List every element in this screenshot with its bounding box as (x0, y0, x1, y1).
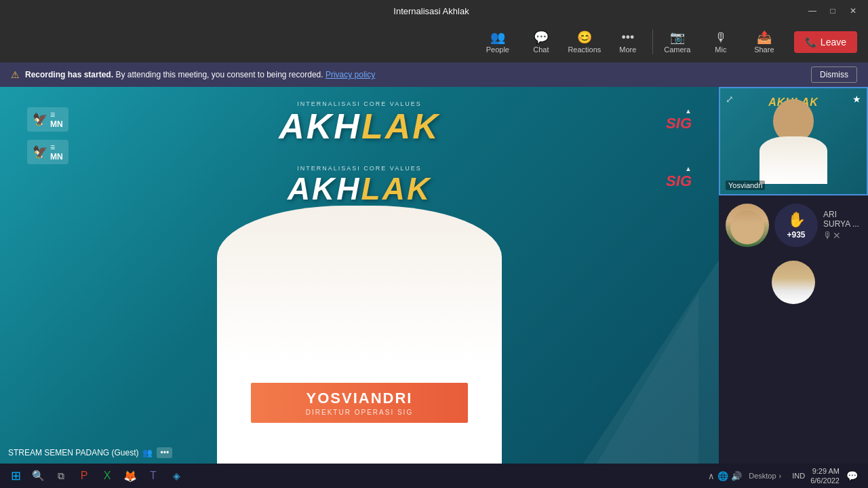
main-video-area: 🦅 ≡MN 🦅 ≡MN ▲ SIG ▲ SIG INTERNALISASI CO… (0, 87, 719, 464)
network-icon[interactable]: 🌐 (717, 471, 728, 481)
right-panel: AKHLAK ⤢ ★ Yosviandri ✋ +93 (719, 87, 868, 464)
volume-icon[interactable]: 🔊 (731, 471, 742, 481)
recording-banner: ⚠ Recording has started. By attending th… (0, 62, 868, 87)
reactions-button[interactable]: 😊 Reactions (563, 23, 606, 61)
presenter-title-text: DIREKTUR OPERASI SIG (278, 409, 441, 416)
main-content: 🦅 ≡MN 🦅 ≡MN ▲ SIG ▲ SIG INTERNALISASI CO… (0, 87, 868, 464)
camera-button[interactable]: 📷 Camera (656, 23, 699, 61)
stream-more-button[interactable]: ••• (157, 447, 172, 458)
bumn-logo-2: ≡MN (50, 143, 63, 162)
close-button[interactable]: ✕ (844, 3, 863, 18)
language-indicator: IND (788, 472, 809, 480)
desktop-label: Desktop (749, 472, 776, 480)
reactions-icon: 😊 (577, 31, 592, 43)
system-tray: ∧ 🌐 🔊 (708, 471, 742, 481)
window-title: Internalisasi Akhlak (60, 6, 803, 16)
bumn-logo-1: ≡MN (50, 110, 63, 129)
clock-date: 6/6/2022 (810, 476, 840, 485)
presenter-name-text: YOSVIANDRI (278, 390, 441, 407)
recording-consent-text: By attending this meeting, you consent t… (115, 70, 326, 79)
expand-icon: ⤢ (726, 94, 734, 105)
bottom-avatar-photo (772, 261, 815, 304)
participant-1-photo (726, 204, 769, 247)
camera-icon: 📷 (670, 31, 685, 43)
p1-head (730, 210, 764, 244)
sig-text-1: SIG (666, 115, 692, 132)
bottom-participant-avatar (772, 261, 815, 304)
people-label: People (486, 45, 509, 54)
app-4[interactable]: ◈ (165, 466, 187, 485)
sig-text-2: SIG (666, 172, 692, 189)
top-left-logos: 🦅 ≡MN 🦅 ≡MN (27, 107, 68, 164)
reactions-label: Reactions (568, 45, 601, 54)
powerpoint-icon: P (81, 470, 88, 482)
bottom-participant (719, 255, 868, 309)
pinned-person-figure (760, 99, 827, 181)
expand-tray-icon[interactable]: ∧ (708, 471, 715, 481)
recording-bold-text: Recording has started. (25, 70, 113, 79)
share-icon: 📤 (757, 31, 772, 43)
minimize-button[interactable]: — (803, 3, 822, 18)
title-bar: Internalisasi Akhlak — □ ✕ (0, 0, 868, 22)
desktop-button[interactable]: Desktop › (743, 472, 787, 480)
search-icon: 🔍 (32, 470, 45, 482)
toolbar: 👥 People 💬 Chat 😊 Reactions ••• More 📷 C… (0, 22, 868, 62)
more-label: More (619, 45, 636, 54)
mic-label: Mic (715, 45, 726, 54)
start-button[interactable]: ⊞ (5, 466, 26, 485)
mic-icon: 🎙 (715, 31, 727, 43)
pin-star-icon: ★ (852, 94, 861, 105)
powerpoint-app[interactable]: P (73, 466, 95, 485)
maximize-button[interactable]: □ (823, 3, 842, 18)
notification-button[interactable]: 💬 (841, 466, 863, 485)
participant-1-name: ARI SURYA ... (823, 210, 861, 229)
system-clock: 9:29 AM 6/6/2022 (810, 466, 840, 486)
people-icon: 👥 (490, 31, 505, 43)
warning-icon: ⚠ (11, 69, 20, 80)
excel-icon: X (104, 470, 111, 482)
raise-hand-count: +935 (787, 230, 805, 240)
participants-icon: 👥 (142, 448, 153, 457)
presenter-body (217, 206, 502, 464)
toolbar-separator (652, 30, 653, 54)
taskbar: ⊞ 🔍 ⧉ P X 🦊 T ◈ ∧ 🌐 🔊 Desktop › IND 9:29… (0, 464, 868, 488)
mic-button[interactable]: 🎙 Mic (699, 23, 743, 61)
bg-triangle-2 (597, 294, 698, 464)
presenter-name-bar: YOSVIANDRI DIREKTUR OPERASI SIG (251, 383, 468, 423)
camera-label: Camera (664, 45, 690, 54)
leave-button[interactable]: 📞 Leave (794, 31, 857, 53)
raise-hand-icon: ✋ (787, 211, 806, 229)
firefox-app[interactable]: 🦊 (119, 466, 141, 485)
pinned-participant-name: Yosviandri (726, 181, 765, 190)
raise-hand-badge: ✋ +935 (774, 204, 818, 247)
stream-label-text: STREAM SEMEN PADANG (Guest) (8, 448, 138, 457)
sig-logo-2: ▲ SIG (666, 165, 692, 190)
search-taskbar-button[interactable]: 🔍 (27, 466, 49, 485)
pinned-video-tile[interactable]: AKHLAK ⤢ ★ Yosviandri (719, 87, 868, 195)
share-button[interactable]: 📤 Share (743, 23, 786, 61)
notification-icon: 💬 (846, 470, 858, 481)
privacy-policy-link[interactable]: Privacy policy (326, 70, 375, 79)
excel-app[interactable]: X (96, 466, 118, 485)
teams-app[interactable]: T (142, 466, 164, 485)
teams-icon: T (150, 470, 157, 482)
clock-time: 9:29 AM (810, 466, 840, 476)
more-button[interactable]: ••• More (606, 23, 650, 61)
participants-row: ✋ +935 ARI SURYA ... 🎙✕ (719, 195, 868, 255)
stream-label: STREAM SEMEN PADANG (Guest) 👥 ••• (8, 447, 172, 458)
leave-phone-icon: 📞 (805, 37, 816, 48)
garuda-icon-2: 🦅 (33, 145, 47, 159)
desktop-chevron: › (779, 472, 782, 480)
logo-row-2: 🦅 ≡MN (27, 140, 68, 164)
share-label: Share (754, 45, 774, 54)
participant-1-avatar (726, 204, 769, 247)
dismiss-button[interactable]: Dismiss (811, 67, 857, 83)
task-view-button[interactable]: ⧉ (50, 466, 72, 485)
recording-banner-text: Recording has started. By attending this… (25, 70, 806, 79)
participant-1-info: ARI SURYA ... 🎙✕ (823, 210, 861, 241)
people-button[interactable]: 👥 People (476, 23, 519, 61)
chat-button[interactable]: 💬 Chat (519, 23, 563, 61)
windows-icon: ⊞ (11, 468, 21, 483)
leave-label: Leave (821, 37, 846, 48)
logo-row-1: 🦅 ≡MN (27, 107, 68, 132)
